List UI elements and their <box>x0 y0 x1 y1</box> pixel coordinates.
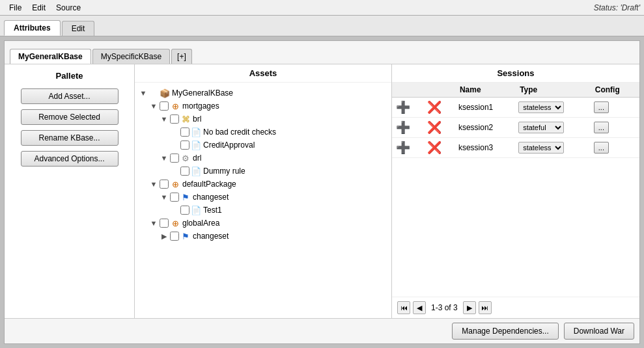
tree-node[interactable]: ▼📦MyGeneralKBase <box>139 87 387 100</box>
tree-expander[interactable]: ▼ <box>160 193 169 201</box>
menu-file[interactable]: File <box>4 2 27 14</box>
tree-node[interactable]: ▼⚙drl <box>139 152 387 165</box>
tree-node[interactable]: 📄Dummy rule <box>139 165 387 178</box>
kbase-tab-add[interactable]: [+] <box>171 49 192 64</box>
session-remove-button[interactable]: ❌ <box>427 141 441 154</box>
tree-node[interactable]: 📄Test1 <box>139 204 387 217</box>
pag-info: 1-3 of 3 <box>431 303 458 312</box>
tree-icon-package: ⊕ <box>170 218 180 228</box>
tree-checkbox[interactable] <box>170 232 179 241</box>
tree-node[interactable]: ▼⚑changeset <box>139 191 387 204</box>
pagination: ⏮ ◀ 1-3 of 3 ▶ ⏭ <box>392 297 639 318</box>
tree-label: CreditApproval <box>203 141 255 150</box>
tree-label: mortgages <box>182 101 219 111</box>
sessions-table: Name Type Config ➕ ❌ ksession1 s <box>392 83 639 297</box>
session-name-cell: ksession2 <box>455 118 514 138</box>
session-name: ksession2 <box>458 123 493 132</box>
add-asset-button[interactable]: Add Asset... <box>21 88 119 104</box>
session-add-button[interactable]: ➕ <box>396 141 410 154</box>
session-add-button[interactable]: ➕ <box>396 101 410 114</box>
tree-checkbox[interactable] <box>160 219 169 228</box>
pag-first[interactable]: ⏮ <box>397 301 410 314</box>
pag-prev[interactable]: ◀ <box>413 301 426 314</box>
tree-node[interactable]: ▶⚑changeset <box>139 230 387 243</box>
session-config-cell: ... <box>590 138 639 158</box>
tree-checkbox[interactable] <box>180 206 189 215</box>
kbase-tab-specific[interactable]: MySpecificKBase <box>92 49 170 64</box>
tree-node[interactable]: ▼⊕defaultPackage <box>139 178 387 191</box>
sessions-title: Sessions <box>392 64 639 83</box>
tree-node[interactable]: 📄No bad credit checks <box>139 126 387 139</box>
tree-icon-package: ⊕ <box>170 179 180 189</box>
main-content: MyGeneralKBase MySpecificKBase [+] Palle… <box>4 40 640 344</box>
advanced-options-button[interactable]: Advanced Options... <box>21 151 119 167</box>
footer: Manage Dependencies... Download War <box>5 318 639 343</box>
tree-expander[interactable]: ▼ <box>149 180 158 188</box>
tree-icon-changeset: ⚑ <box>180 192 191 202</box>
tree-label: MyGeneralKBase <box>172 88 233 98</box>
session-type-select[interactable]: statelessstateful <box>518 122 564 133</box>
download-war-button[interactable]: Download War <box>564 323 634 340</box>
kbase-tab-general[interactable]: MyGeneralKBase <box>10 49 91 64</box>
tree-node[interactable]: ▼⊕globalArea <box>139 217 387 230</box>
pallete-panel: Pallete Add Asset... Remove Selected Ren… <box>5 64 135 318</box>
tree-checkbox[interactable] <box>180 141 189 150</box>
tree-checkbox[interactable] <box>160 180 169 189</box>
tree-expander[interactable]: ▼ <box>149 219 158 227</box>
tree-expander[interactable]: ▼ <box>139 89 148 97</box>
tree-label: brl <box>193 114 201 124</box>
session-name-cell: ksession1 <box>455 98 514 118</box>
col-name: Name <box>455 83 514 98</box>
table-row: ➕ ❌ ksession1 statelessstateful ... <box>392 98 639 118</box>
tab-attributes[interactable]: Attributes <box>4 20 61 36</box>
assets-title: Assets <box>135 64 391 83</box>
sessions-panel: Sessions Name Type Config <box>392 64 639 318</box>
tree-checkbox[interactable] <box>170 193 179 202</box>
session-type-cell: statelessstateful <box>514 138 590 158</box>
menu-edit[interactable]: Edit <box>27 2 51 14</box>
session-config-cell: ... <box>590 98 639 118</box>
tree-expander[interactable]: ▶ <box>160 232 169 241</box>
tree-checkbox[interactable] <box>180 127 189 137</box>
tree-checkbox[interactable] <box>160 101 169 111</box>
tree-expander[interactable]: ▼ <box>149 102 158 110</box>
tab-edit[interactable]: Edit <box>62 21 95 36</box>
session-add-button[interactable]: ➕ <box>396 121 410 134</box>
table-row: ➕ ❌ ksession2 statelessstateful ... <box>392 118 639 138</box>
session-name: ksession1 <box>458 103 493 112</box>
tree-icon-package: ⊕ <box>170 101 180 111</box>
tree-node[interactable]: 📄CreditApproval <box>139 139 387 152</box>
tree-checkbox[interactable] <box>180 167 189 176</box>
session-config-button[interactable]: ... <box>594 142 609 154</box>
tree-node[interactable]: ▼⊕mortgages <box>139 100 387 113</box>
col-add-remove <box>392 83 423 98</box>
session-name: ksession3 <box>458 143 493 152</box>
tree-expander[interactable]: ▼ <box>160 154 169 162</box>
pag-last[interactable]: ⏭ <box>479 301 492 314</box>
manage-dependencies-button[interactable]: Manage Dependencies... <box>452 323 558 340</box>
tree-node[interactable]: ▼⌘brl <box>139 113 387 126</box>
tree-label: defaultPackage <box>182 180 236 189</box>
tree-checkbox[interactable] <box>170 154 179 163</box>
tree-label: drl <box>193 154 201 163</box>
pag-next[interactable]: ▶ <box>463 301 476 314</box>
session-remove-btn-cell: ❌ <box>423 118 455 138</box>
body-area: Pallete Add Asset... Remove Selected Ren… <box>5 64 639 318</box>
session-type-select[interactable]: statelessstateful <box>518 142 564 154</box>
tree-label: changeset <box>193 193 229 202</box>
session-remove-button[interactable]: ❌ <box>427 101 441 114</box>
session-remove-button[interactable]: ❌ <box>427 121 441 134</box>
menu-source[interactable]: Source <box>51 2 86 14</box>
session-config-cell: ... <box>590 118 639 138</box>
tree-checkbox[interactable] <box>170 114 179 124</box>
session-config-button[interactable]: ... <box>594 101 609 113</box>
tree-label: changeset <box>193 232 229 241</box>
session-type-cell: statelessstateful <box>514 98 590 118</box>
tree-expander[interactable]: ▼ <box>160 115 169 123</box>
session-config-button[interactable]: ... <box>594 122 609 133</box>
assets-tree[interactable]: ▼📦MyGeneralKBase▼⊕mortgages▼⌘brl📄No bad … <box>135 83 391 318</box>
tree-label: Dummy rule <box>203 167 245 176</box>
remove-selected-button[interactable]: Remove Selected <box>21 109 119 125</box>
rename-kbase-button[interactable]: Rename KBase... <box>21 130 119 146</box>
session-type-select[interactable]: statelessstateful <box>518 101 564 113</box>
